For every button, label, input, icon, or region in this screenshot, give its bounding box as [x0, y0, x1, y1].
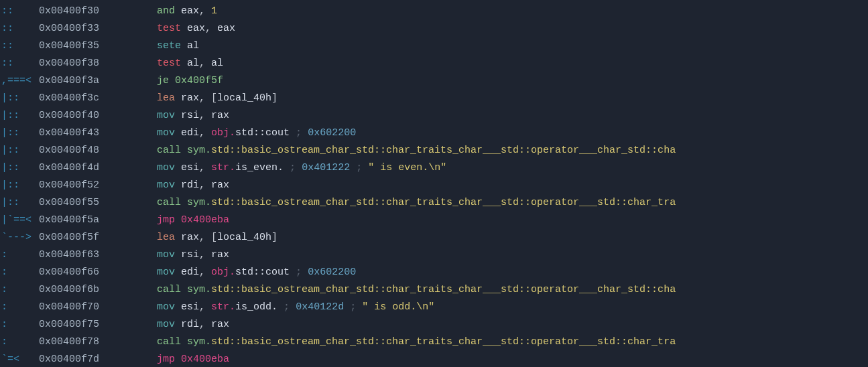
spacer — [119, 246, 157, 264]
address[interactable]: 0x00400f3c — [39, 90, 119, 107]
disassembly-view[interactable]: ::0x00400f30and eax, 1 ::0x00400f33test … — [0, 3, 868, 367]
spacer — [119, 38, 157, 55]
instruction[interactable]: test eax, eax — [157, 20, 868, 38]
instruction[interactable]: je 0x400f5f — [157, 72, 868, 90]
token: str. — [211, 162, 235, 173]
token: rsi — [181, 110, 199, 121]
disasm-line[interactable]: |::0x00400f48call sym.std::basic_ostream… — [0, 142, 868, 159]
token: local_40h — [217, 92, 271, 104]
instruction[interactable]: call sym.std::basic_ostream_char_std::ch… — [157, 334, 868, 351]
address[interactable]: 0x00400f48 — [39, 142, 119, 159]
address[interactable]: 0x00400f5f — [39, 229, 119, 246]
address[interactable]: 0x00400f35 — [39, 38, 119, 55]
address[interactable]: 0x00400f6b — [39, 281, 119, 299]
token: rax — [181, 92, 199, 104]
instruction[interactable]: jmp 0x400eba — [157, 212, 868, 229]
instruction[interactable]: sete al — [157, 38, 868, 55]
token: esi — [181, 301, 199, 313]
disasm-line[interactable]: `--->0x00400f5flea rax, [local_40h] — [0, 229, 868, 246]
instruction[interactable]: mov rdi, rax — [157, 316, 868, 334]
address[interactable]: 0x00400f4d — [39, 159, 119, 177]
disasm-line[interactable]: :0x00400f66mov edi, obj.std::cout ; 0x60… — [0, 264, 868, 281]
instruction[interactable]: mov rdi, rax — [157, 177, 868, 194]
token: , — [199, 110, 211, 121]
instruction[interactable]: mov edi, obj.std::cout ; 0x602200 — [157, 264, 868, 281]
instruction[interactable]: lea rax, [local_40h] — [157, 90, 868, 107]
flow-arrows: |:: — [0, 107, 39, 125]
token: obj. — [211, 267, 235, 278]
disasm-line[interactable]: |::0x00400f55call sym.std::basic_ostream… — [0, 194, 868, 212]
spacer — [119, 351, 157, 367]
token: mov — [157, 127, 175, 139]
disasm-line[interactable]: :0x00400f6bcall sym.std::basic_ostream_c… — [0, 281, 868, 299]
token: 0x401222 — [302, 162, 350, 173]
instruction[interactable]: mov rsi, rax — [157, 107, 868, 125]
token: 0x602200 — [308, 267, 356, 278]
instruction[interactable]: and eax, 1 — [157, 3, 868, 20]
disasm-line[interactable]: ::0x00400f35sete al — [0, 38, 868, 55]
address[interactable]: 0x00400f40 — [39, 107, 119, 125]
token: rax — [211, 179, 229, 191]
instruction[interactable]: test al, al — [157, 55, 868, 72]
token: std::basic_ostream_char_std::char_traits… — [211, 197, 676, 208]
token: mov — [157, 319, 175, 330]
address[interactable]: 0x00400f70 — [39, 299, 119, 316]
instruction[interactable]: mov edi, obj.std::cout ; 0x602200 — [157, 125, 868, 142]
address[interactable]: 0x00400f7d — [39, 351, 119, 367]
token: mov — [157, 162, 175, 173]
token — [181, 40, 187, 52]
address[interactable]: 0x00400f75 — [39, 316, 119, 334]
address[interactable]: 0x00400f52 — [39, 177, 119, 194]
flow-arrows: :: — [0, 55, 39, 72]
disasm-line[interactable]: ,===<0x00400f3aje 0x400f5f — [0, 72, 868, 90]
flow-arrows: : — [0, 334, 39, 351]
token: rsi — [181, 249, 199, 261]
address[interactable]: 0x00400f33 — [39, 20, 119, 38]
disasm-line[interactable]: |::0x00400f3clea rax, [local_40h] — [0, 90, 868, 107]
address[interactable]: 0x00400f3a — [39, 72, 119, 90]
instruction[interactable]: call sym.std::basic_ostream_char_std::ch… — [157, 142, 868, 159]
address[interactable]: 0x00400f55 — [39, 194, 119, 212]
token: je 0x400f5f — [157, 75, 223, 86]
token: esi — [181, 162, 199, 173]
disasm-line[interactable]: ::0x00400f30and eax, 1 — [0, 3, 868, 20]
flow-arrows: : — [0, 316, 39, 334]
token: std::cout — [235, 267, 290, 278]
disasm-line[interactable]: |::0x00400f52mov rdi, rax — [0, 177, 868, 194]
disasm-line[interactable]: :0x00400f70mov esi, str.is_odd. ; 0x4012… — [0, 299, 868, 316]
disasm-line[interactable]: :0x00400f63mov rsi, rax — [0, 246, 868, 264]
flow-arrows: |:: — [0, 142, 39, 159]
disasm-line[interactable]: ::0x00400f33test eax, eax — [0, 20, 868, 38]
token: lea — [157, 232, 175, 243]
instruction[interactable]: call sym.std::basic_ostream_char_std::ch… — [157, 194, 868, 212]
spacer — [119, 299, 157, 316]
address[interactable]: 0x00400f38 — [39, 55, 119, 72]
disasm-line[interactable]: |`==<0x00400f5ajmp 0x400eba — [0, 212, 868, 229]
spacer — [119, 72, 157, 90]
instruction[interactable]: jmp 0x400eba — [157, 351, 868, 367]
token: rdi — [181, 319, 199, 330]
instruction[interactable]: mov esi, str.is_even. ; 0x401222 ; " is … — [157, 159, 868, 177]
disasm-line[interactable]: ::0x00400f38test al, al — [0, 55, 868, 72]
disasm-line[interactable]: :0x00400f78call sym.std::basic_ostream_c… — [0, 334, 868, 351]
address[interactable]: 0x00400f66 — [39, 264, 119, 281]
address[interactable]: 0x00400f78 — [39, 334, 119, 351]
token: eax — [217, 23, 235, 34]
address[interactable]: 0x00400f5a — [39, 212, 119, 229]
disasm-line[interactable]: :0x00400f75mov rdi, rax — [0, 316, 868, 334]
instruction[interactable]: mov rsi, rax — [157, 246, 868, 264]
instruction[interactable]: call sym.std::basic_ostream_char_std::ch… — [157, 281, 868, 299]
token: 0x602200 — [308, 127, 356, 139]
token: call sym. — [157, 336, 211, 348]
disasm-line[interactable]: `=<0x00400f7djmp 0x400eba — [0, 351, 868, 367]
token: std::basic_ostream_char_std::char_traits… — [211, 336, 676, 348]
address[interactable]: 0x00400f63 — [39, 246, 119, 264]
disasm-line[interactable]: |::0x00400f43mov edi, obj.std::cout ; 0x… — [0, 125, 868, 142]
address[interactable]: 0x00400f30 — [39, 3, 119, 20]
address[interactable]: 0x00400f43 — [39, 125, 119, 142]
disasm-line[interactable]: |::0x00400f40mov rsi, rax — [0, 107, 868, 125]
instruction[interactable]: mov esi, str.is_odd. ; 0x40122d ; " is o… — [157, 299, 868, 316]
token: " is odd.\n" — [362, 301, 434, 313]
instruction[interactable]: lea rax, [local_40h] — [157, 229, 868, 246]
disasm-line[interactable]: |::0x00400f4dmov esi, str.is_even. ; 0x4… — [0, 159, 868, 177]
